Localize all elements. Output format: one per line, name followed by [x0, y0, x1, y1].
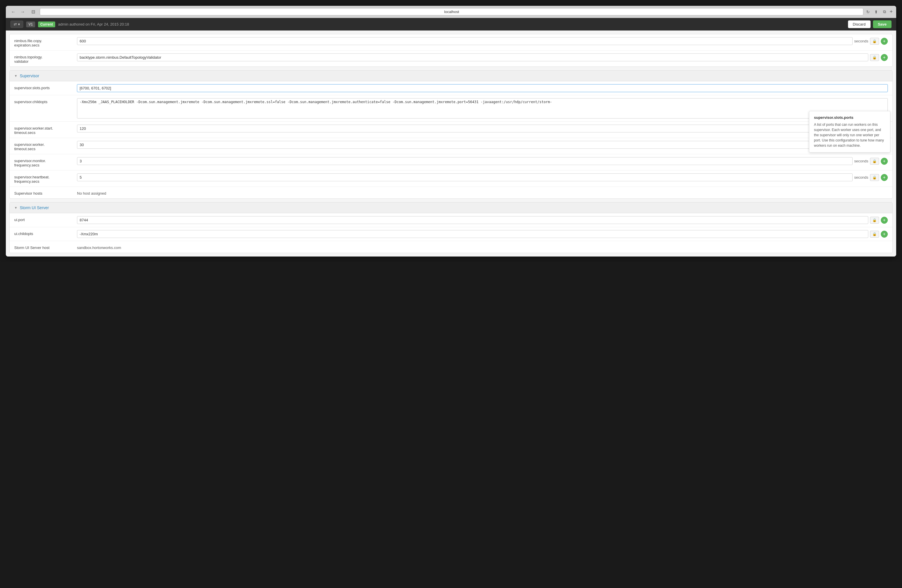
config-key-nimbus-topology-validator: nimbus.topology.validator: [14, 53, 72, 64]
config-value-area: seconds 🔒 +: [77, 141, 888, 149]
config-key-slots-ports: supervisor.slots.ports: [14, 84, 72, 90]
browser-toolbar: ← → ⊟ ↻ ⬆ ⧉ +: [6, 6, 896, 18]
supervisor-section-title: Supervisor: [20, 74, 39, 78]
nimbus-topology-validator-lock-button[interactable]: 🔒: [870, 54, 879, 61]
storm-ui-chevron-icon: ▼: [14, 206, 17, 210]
table-row: ui.port 🔒 +: [9, 213, 893, 227]
heartbeat-frequency-add-button[interactable]: +: [881, 174, 888, 181]
supervisor-chevron-icon: ▼: [14, 74, 17, 78]
nav-buttons: ← →: [9, 9, 27, 15]
table-row: supervisor.childopts -Xmx256m _JAAS_PLAC…: [9, 95, 893, 122]
nimbus-section-partial: nimbus.file.copy.expiration.secs seconds…: [9, 34, 893, 67]
discard-button[interactable]: Discard: [848, 20, 871, 28]
table-row: nimbus.topology.validator 🔒 +: [9, 50, 893, 67]
tooltip: supervisor.slots.ports A list of ports t…: [809, 111, 890, 153]
table-row: Storm UI Server host sandbox.hortonworks…: [9, 241, 893, 253]
version-actions: Discard Save: [848, 20, 891, 28]
config-value-area: -Xmx256m _JAAS_PLACEHOLDER -Dcom.sun.man…: [77, 98, 888, 119]
config-value-area: seconds 🔒 +: [77, 125, 888, 133]
supervisor-heartbeat-frequency-input[interactable]: [77, 174, 853, 181]
nimbus-topology-validator-input[interactable]: [77, 53, 868, 61]
table-row: supervisor.worker.timeout.secs seconds 🔒…: [9, 138, 893, 154]
nimbus-topology-validator-add-button[interactable]: +: [881, 54, 888, 61]
supervisor-hosts-value: No host assigned: [77, 190, 106, 195]
version-bar: ⇄ ▾ V1 Current admin authored on Fri, Ap…: [6, 18, 896, 31]
version-info: admin authored on Fri, Apr 24, 2015 20:1…: [58, 22, 129, 27]
table-row: supervisor.slots.ports: [9, 81, 893, 95]
ui-port-lock-button[interactable]: 🔒: [870, 217, 879, 224]
config-key-childopts: supervisor.childopts: [14, 98, 72, 104]
monitor-frequency-unit: seconds: [854, 159, 868, 163]
config-key-worker-timeout: supervisor.worker.timeout.secs: [14, 141, 72, 151]
table-row: supervisor.worker.start.timeout.secs sec…: [9, 122, 893, 138]
config-key-supervisor-hosts: Supervisor hosts: [14, 190, 72, 195]
shuffle-button[interactable]: ⇄ ▾: [11, 20, 23, 28]
share-button[interactable]: ⬆: [873, 9, 880, 15]
nimbus-file-copy-unit: seconds: [854, 39, 868, 43]
table-row: Supervisor hosts No host assigned: [9, 187, 893, 199]
back-button[interactable]: ←: [9, 9, 17, 15]
table-row: supervisor.monitor.frequency.secs second…: [9, 154, 893, 170]
sidebar-toggle-button[interactable]: ⊟: [30, 8, 37, 15]
table-row: nimbus.file.copy.expiration.secs seconds…: [9, 34, 893, 50]
browser-window: ← → ⊟ ↻ ⬆ ⧉ + ⇄ ▾ V1 Current admin autho…: [6, 6, 896, 256]
heartbeat-frequency-unit: seconds: [854, 175, 868, 180]
ui-childopts-add-button[interactable]: +: [881, 231, 888, 238]
config-value-area: sandbox.hortonworks.com: [77, 244, 888, 250]
tooltip-title: supervisor.slots.ports: [814, 115, 885, 120]
storm-ui-section: ▼ Storm UI Server ui.port 🔒 + ui.childop…: [9, 202, 893, 253]
config-value-area: seconds 🔒 +: [77, 157, 888, 165]
config-value-area: No host assigned: [77, 190, 888, 195]
reload-button[interactable]: ↻: [866, 9, 870, 14]
nimbus-file-copy-input[interactable]: [77, 37, 853, 45]
config-key-worker-start-timeout: supervisor.worker.start.timeout.secs: [14, 125, 72, 135]
config-value-area: seconds 🔒 +: [77, 174, 888, 181]
config-key-heartbeat-frequency: supervisor.heartbeat.frequency.secs: [14, 174, 72, 184]
config-key-nimbus-file-copy: nimbus.file.copy.expiration.secs: [14, 37, 72, 47]
new-window-button[interactable]: ⧉: [882, 9, 888, 15]
config-value-area: seconds 🔒 +: [77, 37, 888, 45]
ui-port-input[interactable]: [77, 216, 868, 224]
supervisor-section: ▼ Supervisor supervisor.slots.ports supe…: [9, 70, 893, 199]
storm-ui-section-header: ▼ Storm UI Server: [9, 202, 893, 213]
v1-badge: V1: [26, 22, 35, 27]
supervisor-monitor-frequency-input[interactable]: [77, 157, 853, 165]
shuffle-icon: ⇄: [14, 22, 17, 27]
ui-server-host-value: sandbox.hortonworks.com: [77, 244, 121, 250]
save-button[interactable]: Save: [873, 20, 891, 28]
supervisor-slots-ports-input[interactable]: [77, 84, 888, 92]
ui-port-add-button[interactable]: +: [881, 217, 888, 224]
tooltip-text: A list of ports that can run workers on …: [814, 122, 885, 148]
config-key-ui-port: ui.port: [14, 216, 72, 222]
supervisor-worker-start-timeout-input[interactable]: [77, 125, 853, 133]
nimbus-file-copy-lock-button[interactable]: 🔒: [870, 38, 879, 45]
page-content: ⇄ ▾ V1 Current admin authored on Fri, Ap…: [6, 18, 896, 256]
browser-actions: ⬆ ⧉ +: [873, 9, 893, 15]
table-row: ui.childopts 🔒 +: [9, 227, 893, 241]
ui-childopts-input[interactable]: [77, 230, 868, 238]
config-key-ui-childopts: ui.childopts: [14, 230, 72, 236]
config-value-area: 🔒 +: [77, 230, 888, 238]
config-value-area: [77, 84, 888, 92]
config-key-ui-server-host: Storm UI Server host: [14, 244, 72, 250]
heartbeat-frequency-lock-button[interactable]: 🔒: [870, 174, 879, 181]
config-value-area: 🔒 +: [77, 216, 888, 224]
config-value-area: 🔒 +: [77, 53, 888, 61]
ui-childopts-lock-button[interactable]: 🔒: [870, 231, 879, 238]
storm-ui-section-title: Storm UI Server: [20, 205, 49, 210]
shuffle-chevron: ▾: [18, 22, 20, 27]
supervisor-childopts-textarea[interactable]: -Xmx256m _JAAS_PLACEHOLDER -Dcom.sun.man…: [77, 98, 888, 119]
address-bar[interactable]: [40, 8, 863, 16]
supervisor-section-header: ▼ Supervisor: [9, 70, 893, 81]
new-tab-button[interactable]: +: [889, 9, 893, 15]
config-key-monitor-frequency: supervisor.monitor.frequency.secs: [14, 157, 72, 167]
table-row: supervisor.heartbeat.frequency.secs seco…: [9, 170, 893, 187]
supervisor-worker-timeout-input[interactable]: [77, 141, 853, 149]
nimbus-file-copy-add-button[interactable]: +: [881, 38, 888, 45]
current-badge: Current: [38, 22, 55, 27]
monitor-frequency-lock-button[interactable]: 🔒: [870, 158, 879, 165]
config-container: nimbus.file.copy.expiration.secs seconds…: [6, 34, 896, 253]
monitor-frequency-add-button[interactable]: +: [881, 158, 888, 165]
forward-button[interactable]: →: [19, 9, 27, 15]
